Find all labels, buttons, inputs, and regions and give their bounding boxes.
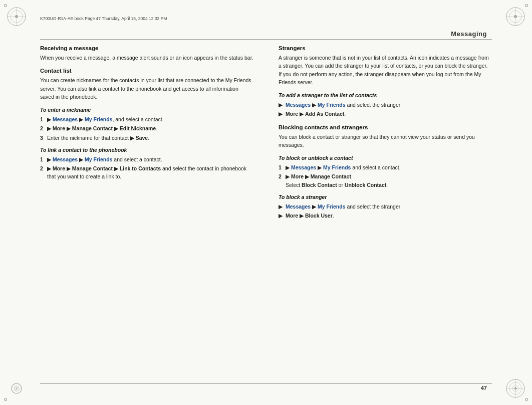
block-step-num-2: 2 — [279, 172, 284, 189]
add-stranger-section: To add a stranger to the list of contact… — [279, 92, 492, 118]
blocking-heading: Blocking contacts and strangers — [279, 124, 492, 130]
corner-decoration-tr — [503, 4, 528, 29]
corner-decoration-tl — [4, 4, 29, 29]
messages-link-2: Messages — [53, 156, 78, 162]
step-num-1: 1 — [40, 115, 45, 123]
svg-point-4 — [15, 15, 18, 18]
section-title: Messaging — [451, 30, 487, 38]
add-stranger-heading: To add a stranger to the list of contact… — [279, 92, 492, 98]
block-stranger-heading: To block a stranger — [279, 194, 492, 200]
corner-decoration-bl — [4, 376, 29, 401]
block-stranger-bullet1: ▶ Messages ▶ My Friends and select the s… — [279, 202, 492, 211]
blocking-section: Blocking contacts and strangers You can … — [279, 124, 492, 149]
myfriends-link-3: My Friends — [318, 102, 345, 108]
main-content: Receiving a message When you receive a m… — [40, 45, 492, 375]
more-link-1: More — [53, 125, 65, 131]
block-step1: 1 ▶ Messages ▶ My Friends and select a c… — [279, 163, 492, 171]
block-user-link: Block User — [305, 213, 333, 219]
svg-point-14 — [16, 387, 18, 389]
step-num-3: 3 — [40, 134, 45, 142]
receiving-message-section: Receiving a message When you receive a m… — [40, 45, 253, 62]
strangers-body: A stranger is someone that is not in you… — [279, 54, 492, 86]
messages-link-4: Messages — [291, 164, 316, 170]
receiving-message-body: When you receive a message, a message al… — [40, 54, 253, 62]
link-contact-step1: 1 ▶ Messages ▶ My Friends and select a c… — [40, 155, 253, 163]
block-unblock-heading: To block or unblock a contact — [279, 155, 492, 161]
link-contact-section: To link a contact to the phonebook 1 ▶ M… — [40, 147, 253, 181]
manage-contact-link-3: Manage Contact — [311, 173, 351, 179]
myfriends-link-1: My Friends — [85, 116, 112, 122]
right-column: Strangers A stranger is someone that is … — [274, 45, 492, 375]
block-contact-link: Block Contact — [302, 182, 337, 188]
file-info: K700UG-R1A-AE.book Page 47 Thursday, Apr… — [40, 16, 167, 21]
block-stranger-bullet2-content: More ▶ Block User. — [286, 212, 334, 220]
page-number: 47 — [481, 385, 487, 391]
link-contacts-link: Link to Contacts — [120, 165, 161, 171]
bullet-arrow-2: ▶ — [279, 110, 284, 118]
myfriends-link-4: My Friends — [323, 164, 351, 170]
more-link-2: More — [53, 165, 65, 171]
link-step-num-2: 2 — [40, 164, 45, 181]
block-stranger-section: To block a stranger ▶ Messages ▶ My Frie… — [279, 194, 492, 220]
svg-point-5 — [5, 5, 7, 7]
svg-point-15 — [5, 398, 7, 401]
svg-point-10 — [514, 15, 517, 18]
enter-nickname-section: To enter a nickname 1 ▶ Messages ▶ My Fr… — [40, 107, 253, 142]
block-step2-content: ▶ More ▶ Manage Contact.Select Block Con… — [286, 172, 492, 189]
link-contact-step2: 2 ▶ More ▶ Manage Contact ▶ Link to Cont… — [40, 164, 253, 181]
strangers-heading: Strangers — [279, 45, 492, 51]
receiving-message-heading: Receiving a message — [40, 45, 253, 51]
block-step1-content: ▶ Messages ▶ My Friends and select a con… — [286, 163, 492, 171]
hr-bottom — [40, 383, 492, 384]
messages-link-1: Messages — [53, 116, 78, 122]
link-step2-content: ▶ More ▶ Manage Contact ▶ Link to Contac… — [47, 164, 253, 181]
bullet-arrow-4: ▶ — [279, 212, 284, 220]
bullet-arrow-3: ▶ — [279, 202, 284, 211]
block-step-num-1: 1 — [279, 163, 284, 171]
more-link-5: More — [286, 213, 298, 219]
block-stranger-bullet2: ▶ More ▶ Block User. — [279, 212, 492, 220]
add-stranger-bullet2: ▶ More ▶ Add As Contact. — [279, 110, 492, 118]
svg-point-22 — [525, 398, 528, 401]
bullet-arrow-1: ▶ — [279, 101, 284, 109]
add-stranger-bullet2-content: More ▶ Add As Contact. — [286, 110, 346, 118]
enter-nickname-step3: 3 Enter the nickname for that contact ▶ … — [40, 134, 253, 142]
step1-content: ▶ Messages ▶ My Friends, and select a co… — [47, 115, 253, 123]
block-step2: 2 ▶ More ▶ Manage Contact.Select Block C… — [279, 172, 492, 189]
link-step1-content: ▶ Messages ▶ My Friends and select a con… — [47, 155, 253, 163]
step3-content: Enter the nickname for that contact ▶ Sa… — [47, 134, 253, 142]
hr-top — [40, 39, 492, 40]
messages-link-3: Messages — [286, 102, 311, 108]
myfriends-link-2: My Friends — [85, 156, 112, 162]
contact-list-body: You can create nicknames for the contact… — [40, 76, 253, 101]
enter-nickname-heading: To enter a nickname — [40, 107, 253, 113]
strangers-section: Strangers A stranger is someone that is … — [279, 45, 492, 86]
more-link-3: More — [286, 111, 298, 117]
myfriends-link-5: My Friends — [318, 204, 345, 210]
save-link: Save — [136, 135, 148, 141]
block-unblock-section: To block or unblock a contact 1 ▶ Messag… — [279, 155, 492, 189]
link-contact-heading: To link a contact to the phonebook — [40, 147, 253, 153]
svg-point-11 — [525, 5, 528, 7]
header-section: K700UG-R1A-AE.book Page 47 Thursday, Apr… — [40, 14, 492, 23]
contact-list-heading: Contact list — [40, 68, 253, 74]
step2-content: ▶ More ▶ Manage Contact ▶ Edit Nickname. — [47, 124, 253, 132]
contact-list-section: Contact list You can create nicknames fo… — [40, 68, 253, 101]
page: K700UG-R1A-AE.book Page 47 Thursday, Apr… — [0, 0, 532, 405]
add-stranger-bullet1: ▶ Messages ▶ My Friends and select the s… — [279, 101, 492, 109]
manage-contact-link-1: Manage Contact — [72, 125, 113, 131]
left-column: Receiving a message When you receive a m… — [40, 45, 258, 375]
link-step-num-1: 1 — [40, 155, 45, 163]
manage-contact-link-2: Manage Contact — [72, 165, 113, 171]
corner-decoration-br — [503, 376, 528, 401]
unblock-contact-link: Unblock Contact — [345, 182, 386, 188]
enter-nickname-step2: 2 ▶ More ▶ Manage Contact ▶ Edit Nicknam… — [40, 124, 253, 132]
add-stranger-bullet1-content: Messages ▶ My Friends and select the str… — [286, 101, 400, 109]
svg-point-21 — [514, 387, 517, 390]
step-num-2: 2 — [40, 124, 45, 132]
block-stranger-bullet1-content: Messages ▶ My Friends and select the str… — [286, 202, 400, 211]
edit-nickname-link: Edit Nickname — [120, 125, 156, 131]
messages-link-5: Messages — [286, 204, 311, 210]
more-link-4: More — [291, 173, 304, 179]
blocking-body: You can block a contact or stranger so t… — [279, 133, 492, 149]
